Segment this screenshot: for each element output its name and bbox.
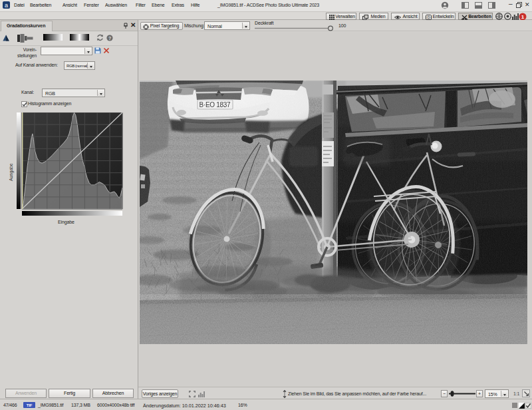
svg-text:1: 1 <box>521 14 525 20</box>
svg-text:a: a <box>5 2 8 9</box>
svg-text:?: ? <box>108 36 111 41</box>
svg-text:D: D <box>427 15 430 19</box>
